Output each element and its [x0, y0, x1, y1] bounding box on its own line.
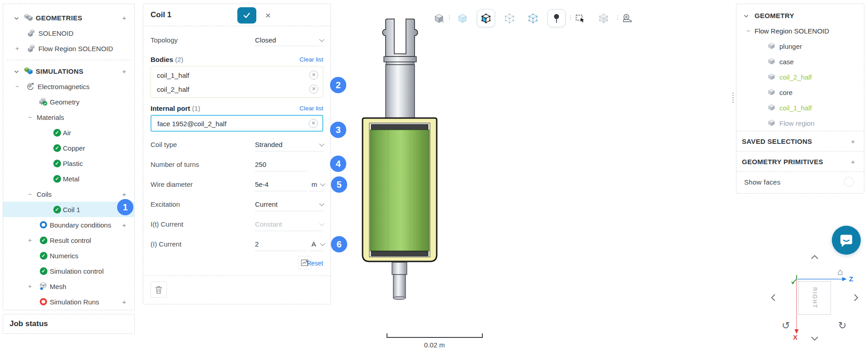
tree-item-coil-1-half[interactable]: coil_1_half [736, 100, 864, 115]
add-button[interactable]: + [122, 67, 126, 75]
tree-item-geometries[interactable]: GEOMETRIES+ [3, 10, 134, 25]
select-vertices-button[interactable] [500, 9, 519, 27]
tree-item-numerics[interactable]: ✓Numerics [3, 248, 134, 263]
close-button[interactable]: × [262, 9, 274, 22]
tree-item-simulation-control[interactable]: ✓Simulation control [3, 263, 134, 279]
tree-item-copper[interactable]: ✓Copper [3, 140, 134, 156]
tree-item-materials[interactable]: −Materials [3, 109, 134, 125]
orbit-right-chevron-icon[interactable] [853, 294, 861, 302]
expander-minus-icon[interactable]: − [14, 83, 20, 90]
tree-item-mesh[interactable]: +Mesh [3, 279, 134, 294]
axis-z-label[interactable]: Z [849, 275, 853, 283]
tree-item-geometry[interactable]: Geometry [3, 94, 134, 109]
expander-minus-icon[interactable]: − [27, 191, 33, 197]
confirm-button[interactable] [237, 7, 256, 24]
chevron-down-icon[interactable] [320, 241, 325, 246]
geometry-section-header[interactable]: GEOMETRY [736, 8, 864, 23]
viewport-3d[interactable] [335, 0, 732, 351]
param-select-value[interactable]: Constant [255, 220, 282, 228]
unit-select-value[interactable]: A [311, 240, 316, 248]
section-geometry-primitives[interactable]: GEOMETRY PRIMITIVES + [736, 151, 864, 171]
orbit-up-chevron-icon[interactable] [811, 254, 819, 262]
solenoid-model[interactable] [344, 9, 497, 317]
tree-item-plastic[interactable]: ✓Plastic [3, 156, 134, 171]
tree-item-flow-region[interactable]: Flow region [736, 115, 864, 131]
param-select-value[interactable]: Current [255, 200, 278, 208]
axis-x-label[interactable]: X [793, 333, 797, 341]
expander-minus-icon[interactable]: − [745, 28, 751, 34]
select-edges-button[interactable] [524, 9, 542, 27]
coil-panel-header: Coil 1 × [143, 4, 330, 26]
chat-button[interactable] [832, 226, 861, 255]
param-input-value[interactable]: 2 [255, 240, 259, 248]
tree-item-label: Mesh [50, 283, 66, 290]
add-button[interactable]: + [122, 190, 126, 198]
bodies-item[interactable]: coil_1_half ✕ [151, 68, 323, 82]
expander-chevron-icon[interactable] [13, 14, 19, 21]
panel-divider [143, 275, 330, 276]
add-button[interactable]: + [122, 221, 126, 229]
chevron-down-icon[interactable] [319, 221, 324, 226]
chevron-down-icon[interactable] [320, 181, 325, 186]
tree-item-metal[interactable]: ✓Metal [3, 171, 134, 186]
box-select-button[interactable] [571, 9, 589, 27]
chevron-down-icon[interactable] [319, 142, 324, 147]
add-button[interactable]: + [851, 138, 855, 145]
probe-point-button[interactable] [547, 9, 566, 27]
tree-item-simulation-runs[interactable]: Simulation Runs+ [3, 294, 134, 309]
tree-item-coil-1[interactable]: ✓Coil 1 [3, 202, 134, 217]
tree-item-case[interactable]: case [736, 54, 864, 69]
remove-item-icon[interactable]: ✕ [309, 119, 318, 128]
internal-port-item[interactable]: face 1952@coil_2_half ✕ [151, 116, 322, 130]
tree-item-label: Flow Region SOLENOID [38, 45, 113, 52]
tree-item-flow-region-solenoid[interactable]: +Flow Region SOLENOID [3, 41, 134, 56]
tree-item-result-control[interactable]: +✓Result control [3, 232, 134, 248]
add-button[interactable]: + [122, 298, 126, 306]
tree-item-coils[interactable]: −Coils+ [3, 186, 134, 202]
tree-item-plunger[interactable]: plunger [736, 38, 864, 54]
param-row-number-of-turns: Number of turns250 [151, 154, 323, 174]
bodies-item[interactable]: coil_2_half ✕ [151, 82, 323, 96]
model-coil [370, 130, 429, 251]
select-bodies-button[interactable] [594, 9, 613, 27]
unit-select-value[interactable]: m [311, 180, 317, 188]
tree-item-simulations[interactable]: SIMULATIONS+ [3, 63, 134, 79]
add-button[interactable]: + [851, 158, 855, 166]
tree-item-electromagnetics[interactable]: − Electromagnetics [3, 79, 134, 94]
job-status-section[interactable]: Job status [3, 314, 135, 334]
param-input-value[interactable]: 5e-4 [255, 180, 269, 188]
param-select-value[interactable]: Stranded [255, 141, 283, 148]
tree-item-flow-region-solenoid[interactable]: − Flow Region SOLENOID [736, 23, 864, 38]
tree-item-label: Geometry [50, 98, 80, 106]
section-saved-selections[interactable]: SAVED SELECTIONS + [736, 131, 864, 151]
view-cube-face-right[interactable]: RIGHT [798, 281, 831, 315]
chevron-down-icon[interactable] [319, 201, 324, 206]
cube-item-icon [768, 57, 776, 66]
param-input-value[interactable]: 250 [255, 161, 266, 168]
add-button[interactable]: + [122, 14, 126, 22]
expander-plus-icon[interactable]: + [27, 283, 33, 289]
tree-item-air[interactable]: ✓Air [3, 125, 134, 140]
panel-resize-handle[interactable] [732, 93, 734, 103]
show-faces-toggle[interactable] [844, 177, 854, 187]
expander-plus-icon[interactable]: + [27, 237, 33, 243]
tree-item-core[interactable]: core [736, 85, 864, 100]
tree-item-boundary-conditions[interactable]: Boundary conditions+ [3, 217, 134, 232]
param-select-value[interactable]: Closed [255, 36, 276, 44]
tree-item-coil-2-half[interactable]: coil_2_half [736, 69, 864, 85]
bodies-clear-list-link[interactable]: Clear list [299, 56, 323, 63]
remove-item-icon[interactable]: ✕ [309, 85, 318, 94]
internal-port-clear-list-link[interactable]: Clear list [299, 105, 323, 112]
tree-item-solenoid[interactable]: SOLENOID [3, 25, 134, 41]
orbit-left-chevron-icon[interactable] [770, 294, 778, 302]
measure-tool-button[interactable] [618, 9, 636, 27]
internal-port-list: face 1952@coil_2_half ✕ [151, 115, 323, 132]
delete-coil-button[interactable] [151, 281, 167, 298]
chevron-down-icon[interactable] [319, 37, 324, 42]
expander-chevron-icon[interactable] [13, 68, 19, 74]
expander-minus-icon[interactable]: − [27, 114, 33, 120]
remove-item-icon[interactable]: ✕ [309, 71, 318, 80]
expander-chevron-icon[interactable] [743, 12, 749, 19]
expander-plus-icon[interactable]: + [14, 45, 20, 52]
reset-link[interactable]: Reset [307, 260, 323, 267]
